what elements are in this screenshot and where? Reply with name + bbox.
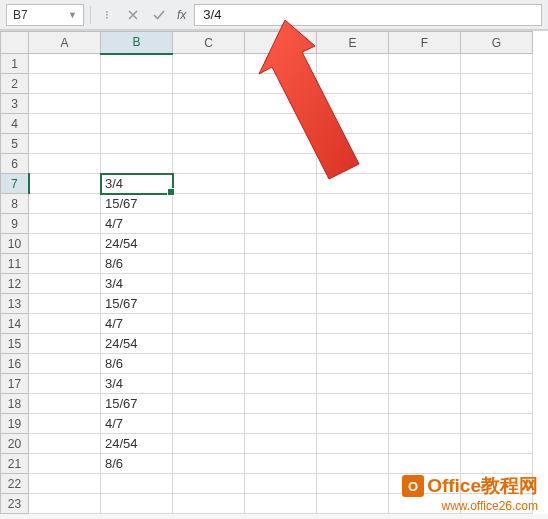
cell[interactable] xyxy=(461,134,533,154)
active-cell[interactable]: 3/4 xyxy=(101,174,173,194)
cell[interactable] xyxy=(317,434,389,454)
cell[interactable] xyxy=(29,474,101,494)
cell[interactable]: 3/4 xyxy=(101,274,173,294)
cell[interactable] xyxy=(389,354,461,374)
cell[interactable] xyxy=(461,434,533,454)
row-header[interactable]: 19 xyxy=(1,414,29,434)
cell[interactable] xyxy=(317,274,389,294)
cell[interactable] xyxy=(245,314,317,334)
row-header[interactable]: 2 xyxy=(1,74,29,94)
row-header[interactable]: 8 xyxy=(1,194,29,214)
cell[interactable] xyxy=(461,154,533,174)
cell[interactable] xyxy=(317,454,389,474)
cell[interactable] xyxy=(389,174,461,194)
cell[interactable] xyxy=(317,254,389,274)
column-header-g[interactable]: G xyxy=(461,32,533,54)
cell[interactable] xyxy=(173,134,245,154)
cell[interactable] xyxy=(389,134,461,154)
cell[interactable]: 8/6 xyxy=(101,454,173,474)
cell[interactable] xyxy=(389,334,461,354)
cell[interactable] xyxy=(245,334,317,354)
cell[interactable] xyxy=(317,94,389,114)
cell[interactable] xyxy=(173,354,245,374)
cell[interactable] xyxy=(317,234,389,254)
cell[interactable] xyxy=(101,54,173,74)
more-icon[interactable]: ⁝ xyxy=(97,5,117,25)
cell[interactable] xyxy=(317,134,389,154)
cell[interactable]: 24/54 xyxy=(101,334,173,354)
cell[interactable] xyxy=(245,354,317,374)
cell[interactable] xyxy=(461,234,533,254)
row-header[interactable]: 21 xyxy=(1,454,29,474)
cell[interactable] xyxy=(317,374,389,394)
cell[interactable] xyxy=(389,434,461,454)
cancel-icon[interactable] xyxy=(123,5,143,25)
cell[interactable] xyxy=(317,74,389,94)
cell[interactable] xyxy=(245,234,317,254)
column-header-c[interactable]: C xyxy=(173,32,245,54)
cell[interactable] xyxy=(245,474,317,494)
cell[interactable] xyxy=(317,294,389,314)
cell[interactable] xyxy=(245,54,317,74)
cell[interactable] xyxy=(389,274,461,294)
cell[interactable] xyxy=(461,94,533,114)
row-header[interactable]: 9 xyxy=(1,214,29,234)
cell[interactable] xyxy=(245,294,317,314)
confirm-icon[interactable] xyxy=(149,5,169,25)
cell[interactable] xyxy=(29,174,101,194)
cell[interactable] xyxy=(173,434,245,454)
cell[interactable] xyxy=(317,154,389,174)
cell[interactable] xyxy=(389,74,461,94)
cell[interactable] xyxy=(101,154,173,174)
cell[interactable] xyxy=(173,54,245,74)
cell[interactable]: 15/67 xyxy=(101,294,173,314)
cell[interactable] xyxy=(461,334,533,354)
select-all-corner[interactable] xyxy=(1,32,29,54)
cell[interactable] xyxy=(389,394,461,414)
row-header[interactable]: 6 xyxy=(1,154,29,174)
cell[interactable] xyxy=(389,154,461,174)
cell[interactable] xyxy=(29,254,101,274)
row-header[interactable]: 11 xyxy=(1,254,29,274)
cell[interactable] xyxy=(461,454,533,474)
cell[interactable] xyxy=(173,314,245,334)
row-header[interactable]: 13 xyxy=(1,294,29,314)
cell[interactable] xyxy=(245,454,317,474)
cell[interactable] xyxy=(173,394,245,414)
cell[interactable] xyxy=(245,414,317,434)
cell[interactable] xyxy=(461,254,533,274)
row-header[interactable]: 20 xyxy=(1,434,29,454)
cell[interactable] xyxy=(173,254,245,274)
cell[interactable] xyxy=(101,94,173,114)
row-header[interactable]: 18 xyxy=(1,394,29,414)
cell[interactable]: 4/7 xyxy=(101,314,173,334)
cell[interactable] xyxy=(245,254,317,274)
cell[interactable] xyxy=(29,74,101,94)
cell[interactable] xyxy=(461,114,533,134)
cell[interactable] xyxy=(389,214,461,234)
cell[interactable] xyxy=(461,314,533,334)
cell[interactable] xyxy=(29,414,101,434)
cell[interactable] xyxy=(173,454,245,474)
row-header[interactable]: 15 xyxy=(1,334,29,354)
cell[interactable] xyxy=(173,234,245,254)
cell[interactable] xyxy=(101,474,173,494)
cell[interactable] xyxy=(389,254,461,274)
cell[interactable] xyxy=(461,294,533,314)
cell[interactable] xyxy=(29,434,101,454)
cell[interactable] xyxy=(173,154,245,174)
cell[interactable]: 24/54 xyxy=(101,234,173,254)
cell[interactable] xyxy=(29,94,101,114)
cell[interactable] xyxy=(245,434,317,454)
cell[interactable] xyxy=(389,374,461,394)
cell[interactable] xyxy=(173,474,245,494)
cell[interactable] xyxy=(317,174,389,194)
column-header-d[interactable]: D xyxy=(245,32,317,54)
cell[interactable] xyxy=(389,54,461,74)
cell[interactable] xyxy=(173,494,245,514)
cell[interactable] xyxy=(317,54,389,74)
column-header-e[interactable]: E xyxy=(317,32,389,54)
cell[interactable] xyxy=(389,114,461,134)
cell[interactable] xyxy=(461,414,533,434)
row-header[interactable]: 17 xyxy=(1,374,29,394)
